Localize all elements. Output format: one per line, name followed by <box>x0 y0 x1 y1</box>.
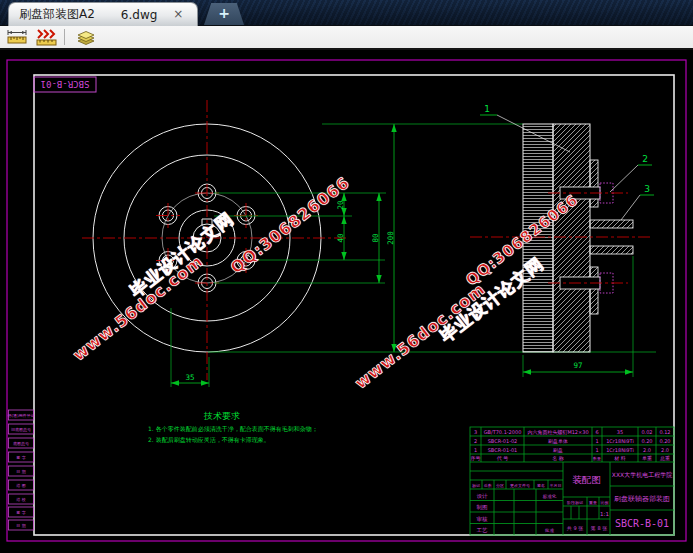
svg-text:0.20: 0.20 <box>641 438 652 444</box>
svg-text:0.02: 0.02 <box>641 429 652 435</box>
svg-text:年月日: 年月日 <box>550 483 562 488</box>
part-no: 1 <box>474 447 477 453</box>
drawing-title: 刷盘联轴器部装图 <box>614 495 670 503</box>
part-no: 3 <box>474 429 477 435</box>
front-dimension-lines <box>171 124 394 383</box>
tab-6dwg[interactable]: 6.dwg <box>121 8 158 22</box>
new-tab-button[interactable]: + <box>204 3 244 25</box>
doc-type: 装配图 <box>572 474 601 485</box>
stage-label: 阶段标记 <box>567 500 583 506</box>
sheet-code-box: SBCR-B-01 <box>34 77 96 92</box>
weight-label: 重量 <box>588 500 597 505</box>
title-block-right: XXX大学机电工程学院 刷盘联轴器部装图 SBCR-B-01 <box>612 471 672 529</box>
svg-text:描 校: 描 校 <box>16 497 25 502</box>
svg-text:描 图: 描 图 <box>16 483 25 488</box>
role-draw: 制图 <box>477 504 488 511</box>
quick-dimension-icon <box>35 28 59 46</box>
callout-3: 3 <box>644 184 650 194</box>
svg-text:旧底图总号: 旧底图总号 <box>11 427 31 432</box>
tech-req-line1: 1. 各个零件装配前必须清洗干净，配合表面不得有毛刺和杂物； <box>148 425 318 433</box>
scale-label: 比例 <box>601 500 609 506</box>
dim-80: 80 <box>371 233 380 243</box>
flange-top <box>590 220 633 228</box>
section-view: 97 1 2 3 <box>470 104 654 377</box>
drawing-canvas[interactable]: SBCR-B-01 <box>0 50 693 553</box>
svg-text:2.0: 2.0 <box>661 447 669 453</box>
tech-req-title: 技术要求 <box>203 411 240 421</box>
svg-text:1: 1 <box>595 438 598 444</box>
signature-rows: 设计 制图 审核 工艺 标准化 批准 <box>477 493 557 534</box>
dim-40: 40 <box>336 233 345 243</box>
parts-header-name: 名 称 <box>552 455 564 461</box>
quick-dimension-button[interactable] <box>34 27 60 47</box>
parts-header-no: 序号 <box>471 455 481 462</box>
parts-header-qty: 数量 <box>593 456 601 461</box>
title-block-middle: 装配图 阶段标记 重量 比例 1:1 共 9 张 第 8 张 <box>567 474 609 532</box>
tab-bar: 刷盘部装图A2 6.dwg × + <box>0 0 693 26</box>
part-no: 2 <box>474 438 477 444</box>
parts-header-uw: 单重 <box>642 455 652 461</box>
callout-1: 1 <box>484 104 490 114</box>
technical-requirements: 技术要求 1. 各个零件装配前必须清洗干净，配合表面不得有毛刺和杂物； 2. 装… <box>148 411 318 444</box>
drawing-number: SBCR-B-01 <box>615 518 669 529</box>
svg-text:更改文件号: 更改文件号 <box>510 483 530 488</box>
svg-text:签 字: 签 字 <box>16 510 25 515</box>
part-code: SBCR-01-02 <box>488 438 518 444</box>
tech-req-line2: 2. 装配后刷盘转动应灵活，不得有卡滞现象。 <box>148 436 270 444</box>
cad-drawing: SBCR-B-01 <box>0 50 693 553</box>
parts-header-mat: 材 料 <box>613 455 626 462</box>
svg-text:1Cr18Ni9Ti: 1Cr18Ni9Ti <box>606 447 634 453</box>
scale-value: 1:1 <box>600 511 609 517</box>
svg-text:签名: 签名 <box>537 483 545 488</box>
part-name: 刷盘 <box>553 447 563 453</box>
svg-text:1Cr18Ni9Ti: 1Cr18Ni9Ti <box>606 438 634 444</box>
linear-dimension-button[interactable] <box>4 27 30 47</box>
role-standardization: 标准化 <box>542 493 557 500</box>
svg-text:2.0: 2.0 <box>643 447 651 453</box>
svg-text:底图总号: 底图总号 <box>13 441 29 446</box>
flange-bottom <box>590 246 633 254</box>
svg-text:处数: 处数 <box>484 483 492 488</box>
parts-header-code: 代 号 <box>497 455 509 461</box>
svg-text:分区: 分区 <box>496 483 504 488</box>
linear-dimension-icon <box>6 28 28 46</box>
dim-20: 20 <box>336 200 345 210</box>
layers-button[interactable] <box>73 27 99 47</box>
organization: XXX大学机电工程学院 <box>612 471 672 479</box>
svg-text:日 期: 日 期 <box>16 469 25 474</box>
document-tabs: 刷盘部装图A2 6.dwg × <box>8 2 198 26</box>
role-approve: 批准 <box>544 528 555 533</box>
svg-text:日 期: 日 期 <box>16 523 25 528</box>
dim-35: 35 <box>185 373 194 382</box>
svg-text:借(通)用件登记: 借(通)用件登记 <box>7 413 34 418</box>
layers-icon <box>74 27 98 47</box>
app-window: 刷盘部装图A2 6.dwg × + <box>0 0 693 553</box>
sheet-code-label: SBCR-B-01 <box>41 79 90 89</box>
role-design: 设计 <box>477 493 489 499</box>
role-process: 工艺 <box>477 527 489 533</box>
close-tab-icon[interactable]: × <box>171 8 185 22</box>
svg-text:6: 6 <box>595 429 598 435</box>
role-check: 审核 <box>477 516 489 522</box>
callout-2: 2 <box>642 154 648 164</box>
svg-text:0.12: 0.12 <box>659 429 670 435</box>
margin-blocks: 借(通)用件登记 旧底图总号 底图总号 签 字 日 期 描 图 描 校 签 字 … <box>7 410 34 530</box>
sheet-count: 共 9 张 <box>567 525 583 532</box>
svg-text:标记: 标记 <box>472 483 480 489</box>
svg-text:0.20: 0.20 <box>659 438 670 444</box>
title-block: 3 GB/T70.1-2000 内六角圆柱头螺钉M12×30 6 35 0.02… <box>470 427 674 535</box>
dim-97: 97 <box>573 361 582 370</box>
toolbar <box>0 26 693 50</box>
svg-text:35: 35 <box>617 429 623 435</box>
svg-text:1: 1 <box>595 447 598 453</box>
part-code: GB/T70.1-2000 <box>484 429 522 435</box>
part-code: SBCR-01-01 <box>488 447 518 453</box>
part-name: 刷盘单体 <box>548 438 568 444</box>
sheet-number: 第 8 张 <box>591 525 607 532</box>
parts-header-tw: 总重 <box>660 455 670 461</box>
part-name: 内六角圆柱头螺钉M12×30 <box>527 429 588 436</box>
toolbar-separator <box>64 29 65 45</box>
svg-text:签 字: 签 字 <box>16 455 25 460</box>
tab-drawing-a2[interactable]: 刷盘部装图A2 <box>19 6 95 23</box>
hub-section <box>553 124 590 352</box>
